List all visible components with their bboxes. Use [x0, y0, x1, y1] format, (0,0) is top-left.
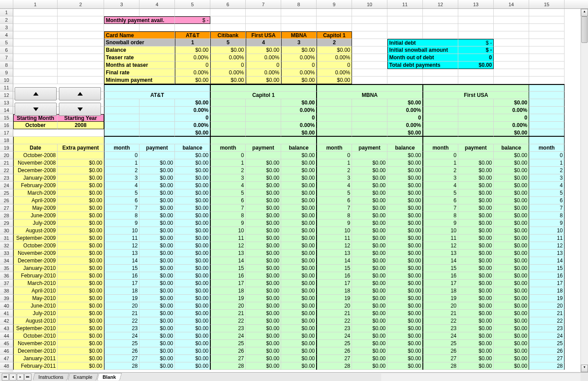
m-2-9[interactable]: 9: [317, 219, 352, 227]
cell[interactable]: [529, 46, 565, 54]
cell[interactable]: [13, 62, 58, 69]
m-0-8[interactable]: 8: [104, 212, 139, 219]
p-2-14[interactable]: $0.00: [352, 257, 387, 265]
b-0-10[interactable]: $0.00: [175, 227, 210, 235]
cell[interactable]: [423, 99, 458, 107]
cell[interactable]: [387, 69, 423, 77]
cell[interactable]: [317, 122, 352, 129]
row-header-12[interactable]: 12: [0, 92, 13, 99]
m-0-25[interactable]: 25: [104, 340, 139, 347]
m-3-0[interactable]: 0: [423, 152, 458, 159]
m-5-3[interactable]: 3: [529, 174, 565, 182]
p-0-8[interactable]: $0.00: [139, 212, 175, 219]
b-2-17[interactable]: $0.00: [387, 280, 423, 287]
cell[interactable]: [529, 129, 565, 137]
m-1-6[interactable]: 6: [210, 197, 246, 204]
cell[interactable]: [139, 99, 175, 107]
metric-val-3-1[interactable]: 0.00%: [210, 69, 246, 77]
b-1-27[interactable]: $0.00: [281, 355, 317, 362]
m-5-2[interactable]: 2: [529, 167, 565, 174]
row-header-28[interactable]: 28: [0, 212, 13, 219]
cell[interactable]: [494, 24, 529, 31]
m-3-5[interactable]: 5: [423, 189, 458, 197]
p-1-5[interactable]: $0.00: [246, 189, 281, 197]
cell[interactable]: [210, 137, 317, 144]
b-3-10[interactable]: $0.00: [494, 227, 529, 235]
m-0-12[interactable]: 12: [104, 242, 139, 250]
m-0-13[interactable]: 13: [104, 250, 139, 257]
b-0-18[interactable]: $0.00: [175, 287, 210, 295]
p-2-11[interactable]: $0.00: [352, 235, 387, 242]
m-0-1[interactable]: 1: [104, 159, 139, 167]
p-3-28[interactable]: $0.00: [458, 362, 494, 370]
p-3-25[interactable]: $0.00: [458, 340, 494, 347]
m-5-12[interactable]: 12: [529, 242, 565, 250]
metric-0[interactable]: Balance: [104, 46, 175, 54]
cell[interactable]: [529, 24, 565, 31]
cell[interactable]: [104, 9, 139, 16]
b-3-23[interactable]: $0.00: [494, 325, 529, 332]
m-5-16[interactable]: 16: [529, 272, 565, 280]
p-1-27[interactable]: $0.00: [246, 355, 281, 362]
m-0-9[interactable]: 9: [104, 219, 139, 227]
cell[interactable]: [58, 39, 104, 46]
p-2-22[interactable]: $0.00: [352, 317, 387, 325]
block-val-1-1[interactable]: 0.00%: [281, 107, 317, 114]
snowball-2[interactable]: 4: [246, 39, 281, 46]
p-3-8[interactable]: $0.00: [458, 212, 494, 219]
date-4[interactable]: February-2009: [13, 182, 58, 189]
horizontal-scrollbar[interactable]: [381, 373, 580, 381]
b-1-13[interactable]: $0.00: [281, 250, 317, 257]
b-1-6[interactable]: $0.00: [281, 197, 317, 204]
p-3-17[interactable]: $0.00: [458, 280, 494, 287]
snowball-label[interactable]: Snowball order: [104, 39, 175, 46]
b-2-13[interactable]: $0.00: [387, 250, 423, 257]
cell[interactable]: [13, 39, 58, 46]
row-header-30[interactable]: 30: [0, 227, 13, 235]
date-7[interactable]: May-2009: [13, 204, 58, 212]
p-2-18[interactable]: $0.00: [352, 287, 387, 295]
summary-initial-debt[interactable]: Initial debt: [387, 39, 458, 46]
block-name-MBNA[interactable]: MBNA: [317, 92, 423, 99]
row-header-7[interactable]: 7: [0, 54, 13, 62]
m-0-0[interactable]: 0: [104, 152, 139, 159]
cell[interactable]: [58, 69, 104, 77]
m-5-26[interactable]: 26: [529, 347, 565, 355]
scroll-up-icon[interactable]: ▴: [581, 9, 588, 16]
b-3-27[interactable]: $0.00: [494, 355, 529, 362]
p-3-0[interactable]: [458, 152, 494, 159]
b-1-23[interactable]: $0.00: [281, 325, 317, 332]
p-3-16[interactable]: $0.00: [458, 272, 494, 280]
m-1-1[interactable]: 1: [210, 159, 246, 167]
cell[interactable]: [317, 99, 352, 107]
b-0-20[interactable]: $0.00: [175, 302, 210, 310]
b-0-12[interactable]: $0.00: [175, 242, 210, 250]
block-val-1-3[interactable]: 0.00%: [281, 122, 317, 129]
cell[interactable]: [175, 24, 210, 31]
m-2-13[interactable]: 13: [317, 250, 352, 257]
extra-27[interactable]: $0.00: [58, 355, 104, 362]
col-header-14[interactable]: 14: [494, 0, 529, 8]
m-2-1[interactable]: 1: [317, 159, 352, 167]
block-val-1-2[interactable]: 0: [281, 114, 317, 122]
select-all-corner[interactable]: [0, 0, 13, 8]
row-header-40[interactable]: 40: [0, 302, 13, 310]
extra-16[interactable]: $0.00: [58, 272, 104, 280]
b-2-20[interactable]: $0.00: [387, 302, 423, 310]
cell[interactable]: [210, 122, 246, 129]
cell[interactable]: [387, 16, 423, 24]
cell[interactable]: [246, 24, 281, 31]
block-val-3-1[interactable]: 0.00%: [494, 107, 529, 114]
row-header-14[interactable]: 14: [0, 107, 13, 114]
cell[interactable]: [246, 122, 281, 129]
date-22[interactable]: August-2010: [13, 317, 58, 325]
row-header-4[interactable]: 4: [0, 31, 13, 39]
p-0-25[interactable]: $0.00: [139, 340, 175, 347]
b-3-17[interactable]: $0.00: [494, 280, 529, 287]
b-0-6[interactable]: $0.00: [175, 197, 210, 204]
b-2-11[interactable]: $0.00: [387, 235, 423, 242]
metric-val-1-3[interactable]: 0.00%: [281, 54, 317, 62]
p-1-16[interactable]: $0.00: [246, 272, 281, 280]
p-1-26[interactable]: $0.00: [246, 347, 281, 355]
hdr-balance-2[interactable]: balance: [387, 144, 423, 152]
